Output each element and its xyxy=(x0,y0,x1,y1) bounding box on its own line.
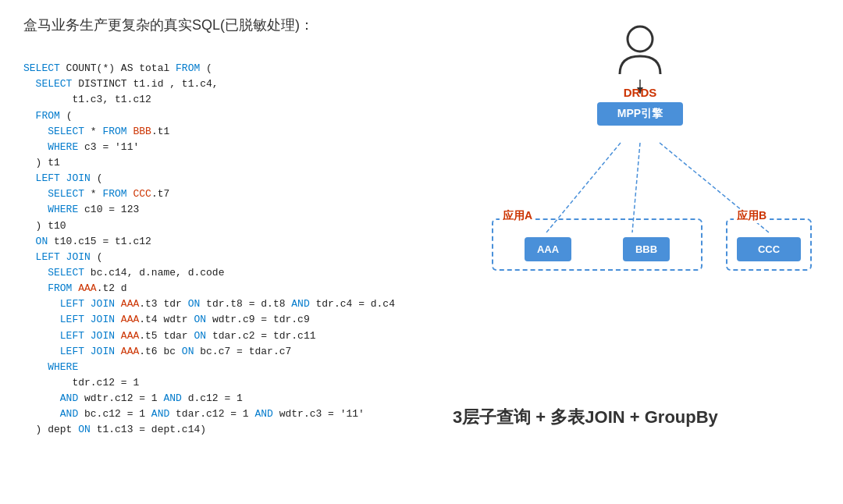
person-icon xyxy=(617,23,663,78)
drds-container: DRDS MPP引擎 xyxy=(597,86,683,126)
app-a-nodes: AAA BBB xyxy=(503,237,692,261)
node-aaa: AAA xyxy=(525,237,571,261)
main-container: 盒马业务生产更复杂的真实SQL(已脱敏处理)： SELECT COUNT(*) … xyxy=(0,0,843,504)
page-title: 盒马业务生产更复杂的真实SQL(已脱敏处理)： xyxy=(23,16,461,34)
app-a-container: 应用A AAA BBB xyxy=(492,218,702,271)
drds-label: DRDS xyxy=(597,86,683,99)
app-a-label: 应用A xyxy=(500,209,535,223)
architecture-diagram: DRDS MPP引擎 应用A AAA BBB 应用B CCC 3层子查询 + 多… xyxy=(476,16,820,453)
app-b-nodes: CCC xyxy=(737,237,801,261)
summary-text: 3层子查询 + 多表JOIN + GroupBy xyxy=(453,406,718,429)
mpp-box: MPP引擎 xyxy=(597,102,683,126)
app-b-container: 应用B CCC xyxy=(726,218,812,271)
svg-point-0 xyxy=(628,27,653,51)
left-panel: 盒马业务生产更复杂的真实SQL(已脱敏处理)： SELECT COUNT(*) … xyxy=(23,16,476,488)
node-ccc: CCC xyxy=(737,237,801,261)
right-panel: DRDS MPP引擎 应用A AAA BBB 应用B CCC 3层子查询 + 多… xyxy=(476,16,820,488)
code-block: SELECT COUNT(*) AS total FROM ( SELECT D… xyxy=(23,45,461,454)
app-b-label: 应用B xyxy=(734,209,770,223)
node-bbb: BBB xyxy=(623,237,670,261)
